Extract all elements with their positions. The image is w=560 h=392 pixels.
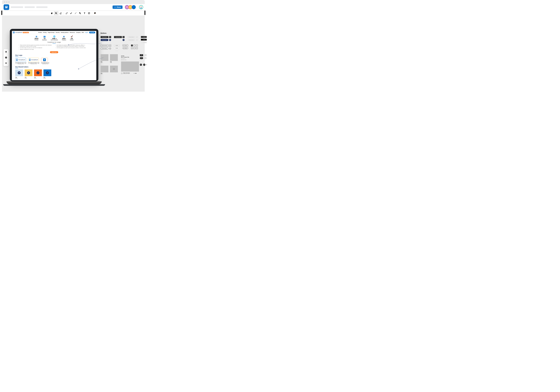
rocket-icon: 🚀 bbox=[70, 35, 74, 38]
arrow-right-button[interactable]: → bbox=[133, 45, 135, 46]
spinner-icon bbox=[123, 48, 124, 49]
arrow-left-button[interactable]: ← bbox=[136, 47, 138, 49]
line-tool[interactable] bbox=[73, 11, 78, 15]
people-icon: 👥 bbox=[42, 35, 47, 38]
left-dock bbox=[4, 49, 9, 66]
text-tool[interactable] bbox=[82, 11, 87, 15]
note-tool[interactable] bbox=[87, 11, 91, 15]
collaborator-avatars bbox=[126, 5, 143, 9]
traffic-dot bbox=[8, 1, 10, 3]
stats-row: ▦2010Founded 👥72Employees 🌐14M +Users Wo… bbox=[12, 34, 96, 41]
breadcrumb-placeholder bbox=[25, 6, 35, 8]
outline-button[interactable] bbox=[5, 62, 7, 64]
check-icon: ✓ bbox=[37, 71, 40, 74]
primary-button[interactable]: Primary Button bbox=[100, 36, 109, 38]
nav-item[interactable]: Security bbox=[56, 32, 60, 33]
add-button[interactable]: + bbox=[122, 36, 125, 38]
tasks-button[interactable] bbox=[5, 56, 7, 59]
hand-tool[interactable] bbox=[50, 11, 54, 15]
canvas[interactable]: Conceptboard We're hiring! Product Prici… bbox=[2, 15, 145, 92]
primary-button[interactable]: Primary Button bbox=[114, 36, 122, 38]
app-logo[interactable] bbox=[4, 4, 9, 10]
loading-button[interactable]: Loading... bbox=[122, 45, 128, 46]
state-disabled: Disabled bbox=[141, 41, 147, 43]
svg-point-1 bbox=[79, 12, 80, 14]
notifications-button[interactable] bbox=[5, 51, 7, 53]
arrow-right-button[interactable]: → bbox=[133, 47, 135, 49]
plus-icon: ＋ bbox=[46, 71, 49, 74]
nav-item[interactable]: Product bbox=[38, 32, 42, 33]
highlighter-tool[interactable] bbox=[69, 11, 73, 15]
primary-button-disabled: Primary Button bbox=[128, 36, 135, 38]
globe-icon: 🌐 bbox=[51, 35, 58, 38]
heart-icon: ♥ bbox=[18, 71, 20, 74]
site-logo-icon bbox=[13, 32, 15, 33]
laptop-mockup: Conceptboard We're hiring! Product Prici… bbox=[10, 29, 98, 86]
read-more-button[interactable]: Read more bbox=[50, 51, 58, 53]
close-icon-button[interactable]: ✕ bbox=[143, 64, 145, 66]
menu-icon-button[interactable]: ≡ bbox=[131, 47, 133, 49]
nav-item[interactable]: Hosting Options bbox=[61, 32, 69, 33]
media-card[interactable]: TitleArtist bbox=[110, 54, 118, 64]
nav-item[interactable]: Resources bbox=[70, 32, 75, 33]
add-button[interactable]: + bbox=[109, 36, 111, 38]
user-avatar-icon: ☺ bbox=[121, 73, 123, 74]
nav-item[interactable]: Company bbox=[76, 32, 80, 33]
pen-tool[interactable] bbox=[64, 11, 69, 15]
favorite-icon-button[interactable]: ♥ bbox=[140, 64, 142, 66]
add-button-round[interactable]: + bbox=[109, 39, 111, 41]
logo-chip-icon bbox=[29, 59, 30, 61]
browser-frame: Share bbox=[2, 0, 145, 10]
nav-item[interactable]: Pricing bbox=[43, 32, 47, 33]
avatar[interactable] bbox=[132, 5, 136, 9]
add-button-outline-round[interactable]: + bbox=[109, 48, 111, 50]
nav-item[interactable]: ENG bbox=[82, 32, 84, 33]
add-button-round[interactable]: + bbox=[122, 39, 125, 41]
eraser-tool[interactable] bbox=[59, 11, 63, 15]
state-normal-outline[interactable]: Normal bbox=[114, 45, 120, 46]
tab-pill[interactable]: Tab 1 bbox=[144, 57, 147, 59]
breadcrumb-placeholder bbox=[36, 6, 48, 8]
try-now-button[interactable]: Try now bbox=[89, 31, 95, 33]
state-normal[interactable]: Normal bbox=[141, 36, 147, 38]
add-button-outline[interactable]: + bbox=[109, 45, 111, 47]
svg-point-0 bbox=[141, 6, 141, 7]
product-card[interactable]: 60 EUR Item / Product Title Desciption ★… bbox=[120, 54, 138, 75]
product-image-placeholder bbox=[121, 61, 139, 71]
toolbar-container bbox=[2, 10, 145, 15]
site-nav: Product Pricing Target Groups Security H… bbox=[38, 31, 95, 33]
arrow-left-button[interactable]: ← bbox=[136, 45, 138, 46]
breadcrumb-placeholder bbox=[11, 6, 23, 8]
state-pressed[interactable]: Pressed bbox=[141, 39, 147, 40]
heart-icon[interactable]: ♥ bbox=[134, 73, 134, 74]
pointer-tool[interactable] bbox=[54, 11, 59, 15]
window-controls bbox=[2, 0, 145, 4]
shape-tool[interactable] bbox=[78, 11, 82, 15]
loading-button-round[interactable]: Loading... bbox=[122, 47, 128, 49]
connector-arrow bbox=[78, 58, 104, 70]
buttons-heading: Buttons bbox=[100, 32, 147, 34]
share-button[interactable]: Share bbox=[112, 5, 122, 9]
state-disabled-outline: Disabled bbox=[114, 50, 120, 52]
secondary-button-round[interactable]: Primary Button bbox=[100, 48, 109, 50]
calendar-icon: ▦ bbox=[35, 35, 39, 38]
state-pressed-outline[interactable]: Pressed bbox=[114, 47, 120, 49]
share-label: Share bbox=[117, 6, 121, 8]
comment-tool[interactable] bbox=[93, 11, 97, 15]
website-screenshot: Conceptboard We're hiring! Product Prici… bbox=[12, 31, 96, 80]
traffic-dot bbox=[4, 1, 5, 3]
avatar-self[interactable] bbox=[139, 5, 143, 9]
confirm-icon-button[interactable]: ✓ bbox=[147, 64, 147, 66]
logo-chip-icon bbox=[16, 59, 18, 61]
tab-active[interactable]: Tab 1 bbox=[140, 54, 143, 56]
nav-item[interactable]: Target Groups bbox=[48, 32, 55, 33]
ui-kit-panel: Buttons Primary Button+ Primary Button+ … bbox=[100, 32, 147, 75]
tab-pill-active[interactable]: Tab 1 bbox=[140, 57, 143, 59]
add-media-card[interactable] bbox=[110, 66, 118, 75]
add-button-round-disabled: + bbox=[136, 39, 138, 41]
login-link[interactable]: Log in bbox=[85, 32, 88, 33]
spinner-icon bbox=[123, 45, 124, 46]
tab[interactable]: Tab 1 bbox=[144, 54, 147, 56]
primary-button-round[interactable]: Primary Button bbox=[100, 39, 109, 41]
menu-icon-button[interactable]: ≡ bbox=[131, 45, 133, 46]
